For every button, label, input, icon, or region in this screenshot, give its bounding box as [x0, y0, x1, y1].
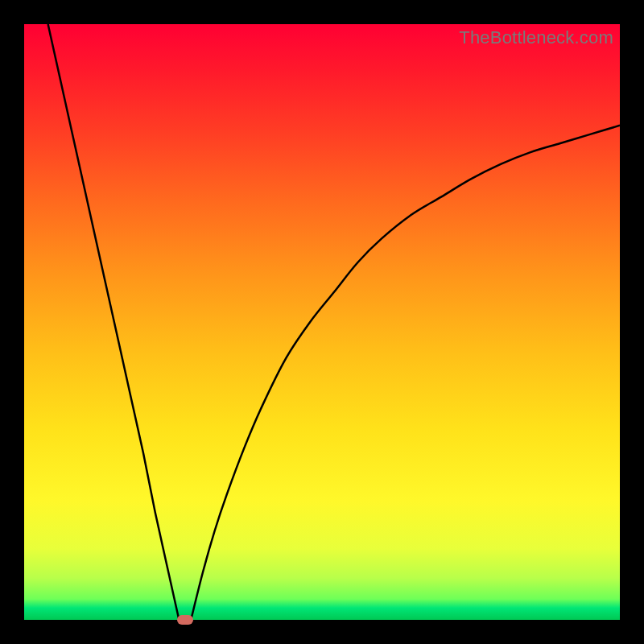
curve-svg — [24, 24, 620, 620]
right-arm-path — [191, 126, 620, 620]
left-arm-path — [48, 24, 180, 620]
plot-area: TheBottleneck.com — [24, 24, 620, 620]
minimum-marker — [177, 615, 193, 625]
chart-frame: TheBottleneck.com — [0, 0, 644, 644]
